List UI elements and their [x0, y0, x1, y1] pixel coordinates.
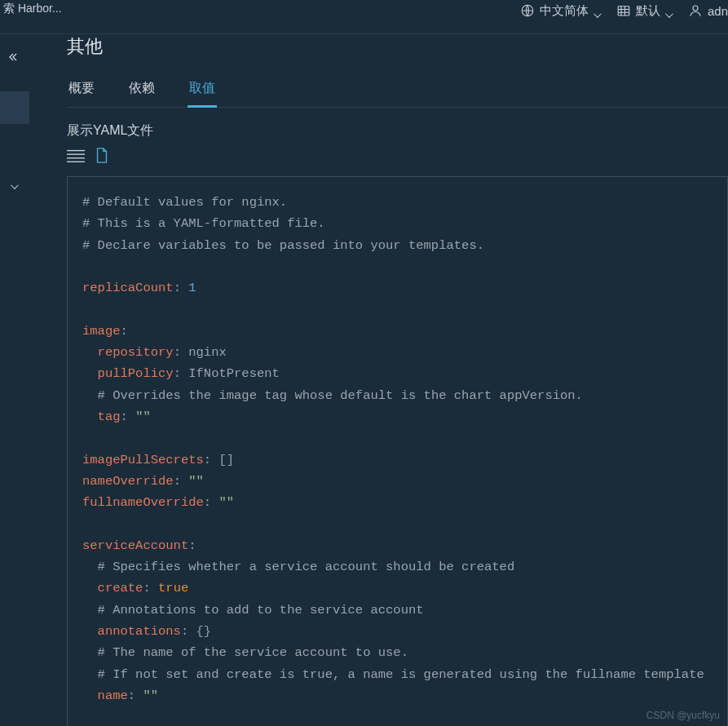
- file-view-icon[interactable]: [95, 148, 109, 166]
- user-menu[interactable]: adn: [688, 3, 728, 18]
- page-title: 其他: [67, 34, 728, 59]
- sidebar: [0, 34, 29, 726]
- tab-summary[interactable]: 概要: [67, 80, 96, 107]
- sidebar-expand-toggle[interactable]: [0, 168, 29, 197]
- sidebar-active-item[interactable]: [0, 91, 29, 124]
- globe-icon: [520, 3, 535, 18]
- chevron-down-icon: [665, 7, 673, 15]
- tabs: 概要 依赖 取值: [67, 80, 728, 108]
- list-view-icon[interactable]: [67, 148, 85, 166]
- chevron-down-icon: [11, 179, 19, 187]
- tab-values[interactable]: 取值: [188, 80, 217, 108]
- grid-icon: [616, 3, 631, 18]
- chevron-down-icon: [593, 7, 602, 15]
- theme-label: 默认: [636, 3, 660, 19]
- language-label: 中文简体: [540, 3, 589, 19]
- sidebar-collapse-button[interactable]: [0, 42, 29, 72]
- svg-rect-1: [618, 7, 629, 15]
- user-label: adn: [708, 4, 728, 18]
- watermark: CSDN @yucfkyu: [646, 710, 720, 721]
- svg-point-6: [693, 6, 698, 11]
- language-selector[interactable]: 中文简体: [520, 3, 602, 19]
- view-toggle: [67, 148, 728, 166]
- theme-selector[interactable]: 默认: [616, 3, 673, 19]
- top-bar: 索 Harbor... 中文简体 默认 adn: [0, 0, 728, 34]
- yaml-content: # Default values for nginx. # This is a …: [82, 192, 713, 726]
- yaml-editor[interactable]: # Default values for nginx. # This is a …: [67, 176, 728, 726]
- section-label: 展示YAML文件: [67, 122, 728, 139]
- tab-dependency[interactable]: 依赖: [127, 80, 157, 107]
- search-input-fragment[interactable]: 索 Harbor...: [3, 0, 62, 16]
- main-content: 其他 概要 依赖 取值 展示YAML文件 # Default values fo…: [29, 34, 728, 726]
- user-icon: [688, 3, 703, 18]
